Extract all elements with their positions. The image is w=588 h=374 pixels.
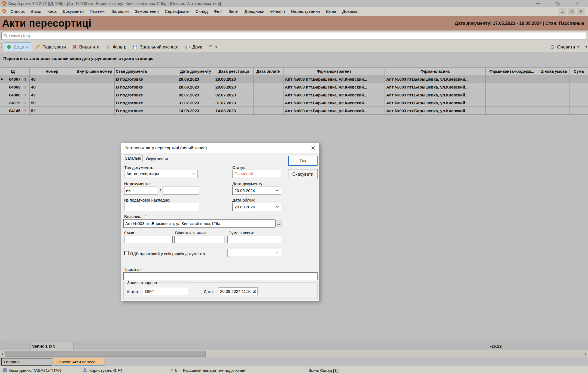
menu-item-sertyfikaty[interactable]: Сертифікати	[162, 7, 193, 16]
ok-button[interactable]: Так	[288, 156, 318, 166]
cell-pay-date[interactable]	[254, 83, 284, 91]
cell-contractor[interactable]: Апт №003 пгт.Барышевка, ул.Киевский...	[284, 107, 385, 115]
column-header-sum[interactable]: Сума	[569, 68, 588, 75]
cell-status[interactable]: В подготовке	[115, 75, 177, 83]
scroll-left-icon[interactable]: ‹	[0, 350, 5, 357]
cell-pay-date[interactable]	[254, 91, 284, 99]
cell-number[interactable]: 52	[30, 107, 74, 115]
cell-consignee[interactable]	[486, 83, 538, 91]
minimize-icon[interactable]	[535, 1, 541, 6]
doc-date-select[interactable]: 20.09.2024	[232, 187, 281, 195]
cell-consignee[interactable]	[486, 99, 538, 107]
dialog-title-bar[interactable]: Заголовок акту пересортиці (новий запис)	[121, 143, 319, 153]
filter-button[interactable]: Фільтр	[103, 42, 129, 51]
cell-flag[interactable]: П	[22, 107, 30, 115]
cell-flag[interactable]: П	[22, 91, 30, 99]
cell-contractor[interactable]: Апт №003 пгт.Барышевка, ул.Киевский...	[284, 91, 385, 99]
restore-icon[interactable]	[555, 1, 560, 6]
cell-price-term[interactable]	[538, 83, 569, 91]
menu-item-zalyshky[interactable]: Залишки	[108, 7, 132, 16]
created-date-input[interactable]	[218, 287, 258, 295]
vat-checkbox[interactable]	[124, 251, 129, 255]
author-input[interactable]	[143, 287, 188, 295]
menu-item-vikna[interactable]: Вікна	[323, 7, 339, 16]
table-row[interactable]: 64119 П 50 В подготовке 31.07.2023 31.07…	[0, 99, 588, 107]
cell-sum[interactable]	[569, 91, 588, 99]
cell-reg-date[interactable]: 31.07.2023	[214, 99, 254, 107]
toolbar-overflow-icon[interactable]: ▾	[585, 45, 587, 49]
table-row[interactable]: 64088 П 49 В подготовке 02.07.2023 02.07…	[0, 91, 588, 99]
menu-item-platezhi[interactable]: Платежі	[87, 7, 108, 16]
cell-internal[interactable]	[74, 83, 115, 91]
cell-doc-date[interactable]: 14.08.2023	[177, 107, 214, 115]
menu-item-dokumenty[interactable]: Документи	[60, 7, 87, 16]
sum-input[interactable]	[124, 236, 173, 243]
cell-pay-date[interactable]	[254, 75, 284, 83]
discount-percent-input[interactable]	[174, 236, 224, 243]
column-header-reg-date[interactable]: Дата реєстрації	[214, 68, 254, 75]
column-header-owner-firm[interactable]: Фірма-власник	[385, 68, 486, 75]
cell-price-term[interactable]	[538, 107, 569, 115]
mdi-close-icon[interactable]	[577, 8, 585, 15]
dialog-tab-rounding[interactable]: Округлення	[142, 155, 171, 162]
cell-consignee[interactable]	[486, 91, 538, 99]
doc-type-select[interactable]: Акт пересортицы	[124, 170, 198, 178]
column-header-price-term[interactable]: Цінова умова	[538, 68, 569, 75]
close-icon[interactable]	[574, 1, 580, 6]
search-input[interactable]	[9, 33, 584, 39]
cell-owner-firm[interactable]: Апт №003 пгт.Барышевка, ул.Киевский...	[385, 83, 486, 91]
mdi-restore-icon[interactable]	[568, 8, 575, 15]
note-input[interactable]	[123, 272, 318, 280]
column-header-flag[interactable]	[22, 68, 30, 75]
column-header-consignee[interactable]: Фірма-вантажоодерж...	[486, 68, 538, 75]
menu-item-sklad[interactable]: Склад	[193, 7, 211, 16]
scrollbar-thumb[interactable]	[5, 351, 206, 357]
menu-item-filii[interactable]: Філії	[211, 7, 226, 16]
cell-owner-firm[interactable]: Апт №003 пгт.Барышевка, ул.Киевский...	[385, 91, 486, 99]
table-row[interactable]: ▶ 64067 П 46 В подготовке 28.06.2023 28.…	[0, 75, 588, 83]
table-row[interactable]: 64069 П 48 В подготовке 28.06.2023 28.06…	[0, 83, 588, 91]
cell-status[interactable]: В подготовке	[115, 99, 177, 107]
menu-item-dovidnyky[interactable]: Довідники	[242, 7, 267, 16]
cell-price-term[interactable]	[538, 91, 569, 99]
add-button[interactable]: Додати	[4, 42, 31, 51]
cell-internal[interactable]	[74, 75, 115, 83]
doc-number-suffix-input[interactable]	[163, 187, 199, 195]
cell-doc-date[interactable]: 28.06.2023	[177, 83, 214, 91]
cell-consignee[interactable]	[486, 107, 538, 115]
cell-reg-date[interactable]: 28.06.2023	[214, 75, 254, 83]
column-header-doc-state[interactable]: Стан документа	[115, 68, 177, 75]
cell-reg-date[interactable]: 02.07.2023	[214, 91, 254, 99]
cell-id[interactable]: 64119	[4, 99, 22, 107]
cell-status[interactable]: В подготовке	[115, 107, 177, 115]
cancel-button[interactable]: Скасувати	[288, 169, 318, 179]
cell-sum[interactable]	[569, 99, 588, 107]
menu-item-zamovlennia[interactable]: Замовлення	[132, 7, 162, 16]
cell-doc-date[interactable]: 28.06.2023	[177, 75, 214, 83]
cell-owner-firm[interactable]: Апт №003 пгт.Барышевка, ул.Киевский...	[385, 107, 486, 115]
edit-button[interactable]: Редагувати	[33, 42, 68, 51]
column-header-id[interactable]: ІД	[4, 68, 22, 75]
column-header-number[interactable]: Номер	[30, 68, 74, 75]
cell-status[interactable]: В подготовке	[115, 83, 177, 91]
cell-id[interactable]: 64067	[4, 75, 22, 83]
column-header-internal-number[interactable]: Внутрішній номер	[74, 68, 115, 75]
mdi-minimize-icon[interactable]	[559, 8, 566, 15]
cell-number[interactable]: 46	[30, 75, 74, 83]
cell-status[interactable]: В подготовке	[115, 91, 177, 99]
group-by-panel[interactable]: Перетягніть заголовок колонки сюди для у…	[3, 56, 154, 61]
cell-contractor[interactable]: Апт №003 пгт.Барышевка, ул.Киевский...	[284, 75, 385, 83]
table-row[interactable]: 64145 П 52 В подготовке 14.08.2023 14.08…	[0, 107, 588, 115]
cell-sum[interactable]	[569, 107, 588, 115]
cell-sum[interactable]	[569, 83, 588, 91]
menu-item-vykhid[interactable]: Вихід	[28, 7, 44, 16]
menu-item-dovidka[interactable]: Довідка	[339, 7, 361, 16]
vat-select[interactable]	[227, 249, 281, 257]
doc-number-input[interactable]	[124, 187, 158, 195]
owner-browse-button[interactable]: ...	[275, 220, 282, 227]
cell-id[interactable]: 64069	[4, 83, 22, 91]
column-header-doc-date[interactable]: Дата документу	[177, 68, 214, 75]
cell-owner-firm[interactable]: Апт №003 пгт.Барышевка, ул.Киевский...	[385, 99, 486, 107]
horizontal-scrollbar[interactable]: ‹ ›	[0, 350, 588, 357]
cell-number[interactable]: 48	[30, 83, 74, 91]
